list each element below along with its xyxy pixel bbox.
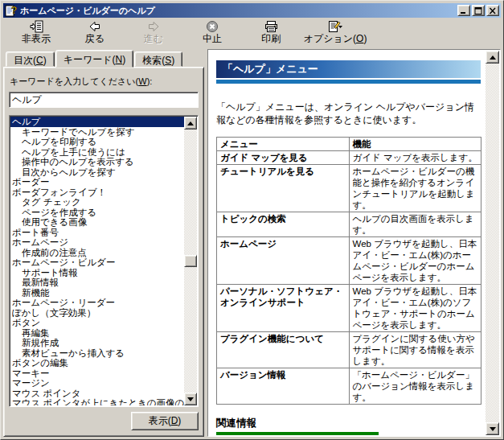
list-item[interactable]: ヘルプを上手に使うには [10,147,184,158]
toolbar-button-label: 戻る [85,33,104,44]
list-item[interactable]: 素材ビューから挿入する [10,348,184,359]
list-item[interactable]: ホームページ・ビルダー [10,257,184,268]
list-item[interactable]: マージン [10,378,184,389]
toolbar-button-label: 進む [144,33,163,44]
list-item[interactable]: マウス ポインタ [10,389,184,399]
topic-heading: 「ヘルプ」メニュー [216,60,481,78]
list-item[interactable]: 最新情報 [10,278,184,288]
list-item[interactable]: タグ チェック [10,197,184,208]
list-item[interactable]: ホームページ [10,237,184,248]
scrollbar-thumb[interactable] [184,255,197,267]
content-scrollbar[interactable] [486,51,499,435]
table-header-row: メニュー機能 [217,138,481,151]
content-scroll-up-icon[interactable] [486,51,499,64]
toolbar-button-label: オプション(O) [304,33,367,44]
svg-text:?: ? [11,5,17,16]
menu-name-cell: プラグイン機能について [217,332,350,368]
table-row: ガイド マップを見るガイド マップを表示します。 [217,151,481,165]
forward-arrow-icon [147,19,160,33]
print-icon [264,19,278,33]
options-icon [328,19,343,33]
table-row: パーソナル・ソフトウェア・オンラインサポートWeb ブラウザを起動し、日本アイ・… [217,285,481,332]
menu-description-cell: Web ブラウザを起動し、日本アイ・ビー・エム(株)のソフトウェア・サポートのホ… [349,285,481,332]
menu-name-cell: チュートリアルを見る [217,165,350,212]
table-row: トピックの検索ヘルプの目次画面を表示します。 [217,212,481,237]
topic-intro-text: 「ヘルプ」メニューは、オンライン ヘルプやバージョン情報などの各種情報を参照する… [216,101,475,126]
list-item[interactable]: 作成前の注意点 [10,248,184,258]
list-item[interactable]: 新機能 [10,288,184,298]
list-item[interactable]: 操作中のヘルプを表示する [10,157,184,167]
toolbar-button-label: 中止 [203,33,222,44]
topic-heading-accent [216,80,481,84]
list-item[interactable]: ページを作成する [10,208,184,218]
display-button[interactable]: 表示(D) [131,412,199,430]
keyword-list: ヘルプキーワードでヘルプを探すヘルプを印刷するヘルプを上手に使うには操作中のヘル… [9,115,199,407]
toolbar-button-print[interactable]: 印刷 [246,19,296,47]
menu-name-cell: パーソナル・ソフトウェア・オンラインサポート [217,285,350,332]
list-item[interactable]: ぼかし（文字効果） [10,308,184,319]
scroll-down-icon[interactable] [184,393,197,405]
tab-contents[interactable]: 目次(C) [6,51,55,67]
minimize-button[interactable] [457,5,470,16]
toolbar-button-options[interactable]: オプション(O) [305,19,366,47]
list-item[interactable]: マーキー [10,368,184,379]
toolbar-button-label: 印刷 [261,33,281,44]
related-info-underline [216,432,379,435]
back-arrow-icon [88,19,101,33]
list-item[interactable]: ボタンの編集 [10,358,184,368]
menu-name-cell: バージョン情報 [217,368,350,405]
menu-description-cell: プラグインに関する使い方やサポートに関する情報を表示します。 [349,332,481,368]
keyword-prompt-label: キーワードを入力してください(W): [10,76,198,88]
stop-icon [206,19,219,33]
list-item[interactable]: 新規作成 [10,338,184,348]
list-item[interactable]: ヘルプを印刷する [10,137,184,147]
menu-description-cell: Web ブラウザを起動し、日本アイ・ビー・エム(株)のホームページ・ビルダーのホ… [349,237,481,285]
menu-description-cell: ホームページ・ビルダーの機能と操作を紹介するオンラインチュートリアルを起動します… [349,165,481,212]
list-item[interactable]: マウス ポインタが上にきたときの画像の挿入 [10,398,184,405]
toolbar-button-hide[interactable]: 非表示 [11,19,61,47]
tab-keyword[interactable]: キーワード(N) [55,50,134,68]
main-area: 目次(C)キーワード(N)検索(S) キーワードを入力してください(W): ヘル… [3,49,501,437]
list-item[interactable]: ボタン [10,318,184,328]
tab-search[interactable]: 検索(S) [134,51,182,67]
table-row: バージョン情報「ホームページ・ビルダー」のバージョン情報を表示します。 [217,368,481,405]
table-header-cell: メニュー [217,138,350,151]
list-item[interactable]: 再編集 [10,328,184,339]
title-bar: ? ホームページ・ビルダーのヘルプ [3,3,501,18]
scroll-up-icon[interactable] [184,117,197,130]
menu-description-cell: ヘルプの目次画面を表示します。 [349,212,481,237]
hide-panel-icon [30,19,43,33]
content-pane: 「ヘルプ」メニュー 「ヘルプ」メニューは、オンライン ヘルプやバージョン情報など… [207,49,501,437]
menu-description-cell: ガイド マップを表示します。 [349,151,481,165]
keyword-list-scrollbar[interactable] [184,117,197,405]
tab-strip: 目次(C)キーワード(N)検索(S) [3,49,204,67]
menu-name-cell: トピックの検索 [217,212,350,237]
list-item[interactable]: キーワードでヘルプを探す [10,127,184,138]
content-scroll-down-icon[interactable] [486,422,499,435]
toolbar-button-forward[interactable]: 進む [129,19,178,47]
keyword-input[interactable] [9,92,199,108]
list-item[interactable]: 目次からヘルプを探す [10,167,184,178]
close-button[interactable] [486,5,499,16]
list-item[interactable]: 使用できる画像 [10,217,184,228]
help-topic-content: 「ヘルプ」メニュー 「ヘルプ」メニューは、オンライン ヘルプやバージョン情報など… [209,51,485,435]
maximize-button[interactable] [472,5,485,16]
toolbar-button-stop[interactable]: 中止 [187,19,237,47]
keyword-tab-page: キーワードを入力してください(W): ヘルプキーワードでヘルプを探すヘルプを印刷… [3,67,204,437]
menu-name-cell: ガイド マップを見る [217,151,350,165]
table-row: ホームページWeb ブラウザを起動し、日本アイ・ビー・エム(株)のホームページ・… [217,237,481,285]
table-row: プラグイン機能についてプラグインに関する使い方やサポートに関する情報を表示します… [217,332,481,368]
list-item[interactable]: ホームページ・リーダー [10,298,184,308]
toolbar-button-label: 非表示 [22,33,51,44]
list-item[interactable]: ボーダー [10,177,184,187]
list-item[interactable]: ヘルプ [10,117,184,127]
menu-description-cell: 「ホームページ・ビルダー」のバージョン情報を表示します。 [349,368,481,405]
table-row: チュートリアルを見るホームページ・ビルダーの機能と操作を紹介するオンラインチュー… [217,165,481,212]
toolbar-button-back[interactable]: 戻る [70,19,120,47]
navigation-pane: 目次(C)キーワード(N)検索(S) キーワードを入力してください(W): ヘル… [3,49,204,437]
list-item[interactable]: サポート情報 [10,268,184,278]
list-item[interactable]: ポート番号 [10,228,184,238]
list-item[interactable]: ボーダフォンライブ！ [10,187,184,198]
help-app-icon: ? [5,4,18,17]
menu-name-cell: ホームページ [217,237,350,285]
